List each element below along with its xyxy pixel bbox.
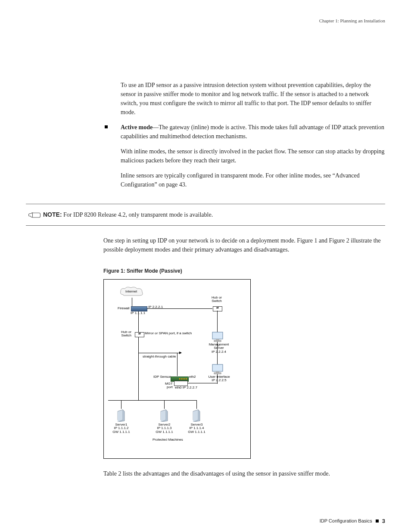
svg-rect-5 [214, 373, 221, 374]
note-hand-icon [26, 210, 43, 219]
active-mode-para: Active mode—The gateway (inline) mode is… [121, 123, 385, 141]
mgmt-server-icon [212, 331, 224, 344]
svg-rect-2 [214, 340, 221, 342]
inline-para-2: With inline modes, the sensor is directl… [121, 147, 385, 165]
inline-para-3: Inline sensors are typically configured … [121, 171, 385, 189]
eth0-label: eth0 IP 2.2.2.7 [175, 386, 197, 390]
server1-label: Server1IP 1.1.1.2GW 1.1.1.1 [112, 423, 131, 434]
page-header: Chapter 1: Planning an Installation [26, 17, 385, 25]
footer-page-number: 3 [382, 517, 385, 526]
figure-1-caption: Figure 1: Sniffer Mode (Passive) [103, 267, 385, 275]
end-paragraph: Table 2 lists the advantages and the dis… [103, 469, 385, 478]
hub-right-icon: ⇄ [213, 306, 222, 311]
intro-paragraph: To use an IDP sensor as a passive intrus… [121, 81, 385, 117]
note-block: NOTE: For IDP 8200 Release 4.2, only tra… [26, 204, 385, 226]
active-mode-rest: —The gateway (inline) mode is active. Th… [121, 124, 384, 140]
note-label: NOTE: [43, 211, 62, 218]
active-mode-lead: Active mode [121, 124, 153, 131]
firewall-icon [131, 306, 147, 311]
mgmt-server-label: ManagementServerIP 2.2.2.4 [208, 343, 230, 354]
bullet-icon [105, 125, 108, 128]
hub-left-label: Hub orSwitch [121, 330, 131, 338]
mgt-label: MGTport [165, 382, 173, 390]
chapter-label: Chapter 1: Planning an Installation [319, 18, 385, 23]
server3-label: Server3IP 1.1.1.4GW 1.1.1.1 [187, 423, 206, 434]
note-text: NOTE: For IDP 8200 Release 4.2, only tra… [43, 210, 385, 219]
ui-icon [212, 364, 224, 376]
server2-label: Server2IP 1.1.1.3GW 1.1.1.1 [155, 423, 174, 434]
mgmt-port-box [174, 381, 188, 386]
idp-label: IDP Sensor [153, 375, 171, 379]
server2-icon [160, 409, 168, 422]
svg-rect-0 [212, 332, 223, 339]
footer-square-icon [376, 520, 379, 523]
footer-section: IDP Configuration Basics [320, 517, 372, 525]
page-footer: IDP Configuration Basics 3 [26, 517, 385, 526]
straight-label: straight-through cable [143, 355, 176, 359]
server1-icon [117, 409, 125, 422]
eth2-label: eth2 [189, 375, 196, 379]
hub-right-label: Hub orSwitch [212, 296, 222, 304]
mid-paragraph: One step in setting up IDP on your netwo… [103, 236, 385, 254]
protected-label: Protected Machines [153, 438, 183, 442]
server3-icon [192, 409, 201, 422]
note-body: For IDP 8200 Release 4.2, only transpare… [62, 212, 213, 218]
ui-label: User InterfaceIP 2.2.2.5 [207, 375, 231, 383]
mirror-label: Mirror or SPAN port, if a switch [145, 332, 192, 336]
figure-1-diagram: Internet Firewall IP 2.2.2.1 IP 1.1.1.1 … [103, 279, 251, 459]
bullet-body: Active mode—The gateway (inline) mode is… [121, 123, 385, 195]
svg-rect-3 [212, 364, 223, 371]
internet-label: Internet [125, 290, 137, 294]
hub-left-icon: ⇄ [135, 332, 144, 337]
firewall-label: Firewall [118, 307, 130, 311]
